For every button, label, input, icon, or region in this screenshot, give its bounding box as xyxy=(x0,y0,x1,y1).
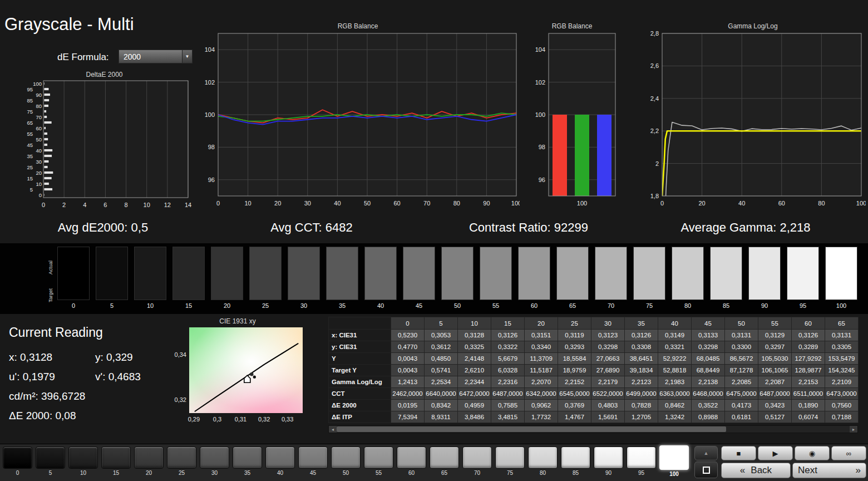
svg-text:6: 6 xyxy=(103,202,107,208)
table-cell: 2,2316 xyxy=(491,376,525,388)
table-col-header: 30 xyxy=(591,317,625,330)
patch-button-75[interactable]: 75 xyxy=(495,446,525,477)
table-cell: 1,2413 xyxy=(391,376,425,388)
patch-button-25[interactable]: 25 xyxy=(166,446,197,477)
collapse-button[interactable]: ▲ xyxy=(694,446,718,460)
back-label: Back xyxy=(751,465,772,476)
swatch-patch xyxy=(595,247,627,300)
swatch-label: 70 xyxy=(595,302,627,309)
swatch-row: 0510152025303540455055606570758085909510… xyxy=(57,247,857,309)
svg-text:80: 80 xyxy=(36,103,42,109)
patch-button-20[interactable]: 20 xyxy=(134,446,164,477)
table-cell: 0,3129 xyxy=(758,330,792,341)
patch-button-10[interactable]: 10 xyxy=(68,446,98,477)
patch-button-55[interactable]: 55 xyxy=(363,446,394,477)
back-button[interactable]: « Back xyxy=(721,463,791,478)
svg-text:20: 20 xyxy=(36,170,42,176)
swatch-label: 95 xyxy=(787,302,819,309)
scroll-right-arrow[interactable]: ▸ xyxy=(850,426,857,433)
swatch-label: 65 xyxy=(556,302,589,309)
patch-button-65[interactable]: 65 xyxy=(429,446,460,477)
swatch-patch xyxy=(480,247,512,300)
svg-text:35: 35 xyxy=(27,153,33,159)
scroll-track[interactable] xyxy=(337,426,850,433)
patch-button-45[interactable]: 45 xyxy=(298,446,328,477)
patch-swatch xyxy=(659,445,689,470)
rgb-balance-line-title: RGB Balance xyxy=(196,22,520,30)
table-cell: 0,3298 xyxy=(692,341,725,353)
table-cell: 0,7560 xyxy=(825,400,859,411)
patch-button-85[interactable]: 85 xyxy=(560,446,591,477)
patch-swatch xyxy=(462,446,492,469)
table-row: x: CIE310,52300,30530,31280,31260,31510,… xyxy=(329,330,859,341)
table-cell: 0,5127 xyxy=(758,411,792,423)
cie-chart-title: CIE 1931 xy xyxy=(167,317,308,325)
svg-text:96: 96 xyxy=(539,176,545,183)
table-cell: 6640,0000 xyxy=(425,388,458,400)
scroll-left-arrow[interactable]: ◂ xyxy=(329,426,337,433)
scroll-thumb[interactable] xyxy=(337,426,726,432)
patch-label: 70 xyxy=(462,470,492,476)
table-row-label: Target Y xyxy=(329,365,391,376)
record-button[interactable]: ◉ xyxy=(795,446,830,460)
table-row-label: ΔE 2000 xyxy=(329,400,391,411)
table-cell: 0,3128 xyxy=(458,330,491,341)
swatch-patch xyxy=(825,247,857,300)
patch-button-40[interactable]: 40 xyxy=(265,446,295,477)
swatch-label: 80 xyxy=(672,302,704,309)
table-cell: 0,4850 xyxy=(425,353,458,365)
svg-text:40: 40 xyxy=(738,200,745,207)
loop-button[interactable]: ∞ xyxy=(831,446,866,460)
table-cell: 0,3300 xyxy=(725,341,758,353)
table-col-header: 55 xyxy=(758,317,792,330)
record-icon: ◉ xyxy=(809,449,815,458)
patch-button-80[interactable]: 80 xyxy=(527,446,558,477)
patch-button-5[interactable]: 5 xyxy=(35,446,66,477)
patch-button-95[interactable]: 95 xyxy=(626,446,657,477)
patch-button-50[interactable]: 50 xyxy=(331,446,361,477)
patch-label: 10 xyxy=(68,470,98,476)
grayscale-swatch-strip: Actual Target 05101520253035404550556065… xyxy=(0,243,868,314)
gamma-chart-title: Gamma Log/Log xyxy=(640,22,866,30)
patch-button-0[interactable]: 0 xyxy=(2,446,33,477)
patch-button-90[interactable]: 90 xyxy=(593,446,624,477)
reading-x: x: 0,3128 xyxy=(9,351,95,364)
patch-swatch xyxy=(364,446,393,469)
table-cell: 0,3325 xyxy=(458,341,491,353)
table-cell: 68,0485 xyxy=(692,353,725,365)
swatch-patch xyxy=(364,247,397,300)
swatch-label: 55 xyxy=(480,302,512,309)
play-button[interactable]: ▶ xyxy=(758,446,793,460)
stop-button[interactable]: ■ xyxy=(721,446,756,460)
patch-button-35[interactable]: 35 xyxy=(232,446,263,477)
table-col-header: 50 xyxy=(725,317,758,330)
table-corner xyxy=(329,317,391,330)
patch-button-60[interactable]: 60 xyxy=(396,446,427,477)
table-cell: 52,8818 xyxy=(658,365,692,376)
table-row-label: ΔE ITP xyxy=(329,411,391,423)
swatch-label: 85 xyxy=(710,302,742,309)
table-scrollbar[interactable]: ◂ ▸ xyxy=(328,425,858,433)
svg-text:102: 102 xyxy=(205,79,215,86)
stop-icon: ■ xyxy=(737,449,741,458)
svg-text:1,8: 1,8 xyxy=(650,193,659,199)
patch-swatch xyxy=(397,446,426,469)
svg-text:60: 60 xyxy=(36,125,42,131)
table-cell: 0,9062 xyxy=(525,400,558,411)
table-cell: 0,5741 xyxy=(425,365,458,376)
table-cell: 0,4803 xyxy=(591,400,625,411)
patch-button-30[interactable]: 30 xyxy=(199,446,230,477)
next-button[interactable]: Next » xyxy=(792,463,866,478)
patch-window-button[interactable] xyxy=(694,462,718,478)
patch-button-70[interactable]: 70 xyxy=(462,446,492,477)
patch-button-15[interactable]: 15 xyxy=(101,446,131,477)
table-cell: 154,3245 xyxy=(825,365,859,376)
table-cell: 0,3126 xyxy=(491,330,525,341)
patch-button-100[interactable]: 100 xyxy=(659,446,689,477)
swatch-patch xyxy=(96,247,128,300)
patch-button-row: 0510152025303540455055606570758085909510… xyxy=(2,446,689,477)
de-formula-select[interactable]: 2000 ▼ xyxy=(119,50,193,63)
table-cell: 153,5479 xyxy=(825,353,859,365)
svg-text:75: 75 xyxy=(27,109,33,115)
patch-swatch xyxy=(298,446,328,469)
